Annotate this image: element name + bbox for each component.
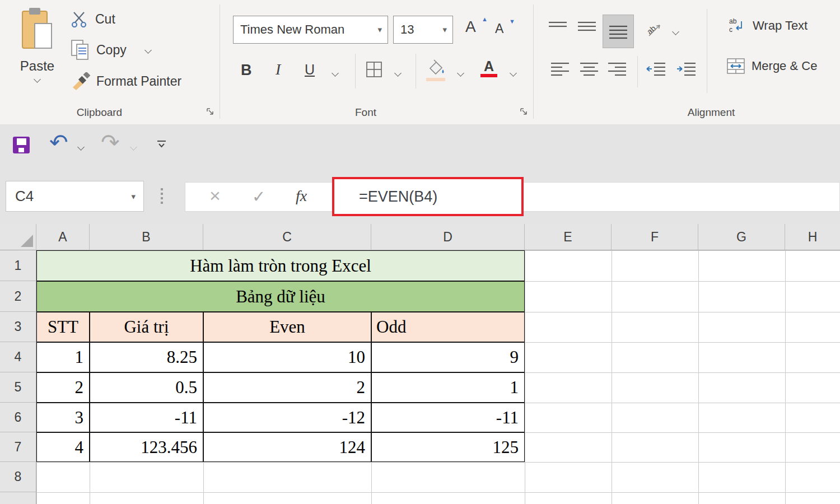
row-header[interactable]: 6 <box>0 403 36 432</box>
undo-button[interactable]: ↶ <box>49 131 68 153</box>
align-middle-icon[interactable] <box>577 19 597 36</box>
separator <box>355 54 356 88</box>
name-box[interactable]: C4 ▾ <box>6 181 144 212</box>
cell-subtitle[interactable]: Bảng dữ liệu <box>36 281 525 312</box>
row-header[interactable] <box>0 492 36 504</box>
format-painter-icon <box>72 72 91 90</box>
wrap-text-label: Wrap Text <box>753 18 808 33</box>
clipboard-group-label: Clipboard <box>56 106 143 119</box>
merge-center-icon <box>727 58 745 74</box>
cell-header[interactable]: Even <box>203 312 371 342</box>
underline-button[interactable]: U <box>305 62 315 78</box>
align-center-icon[interactable] <box>579 62 599 78</box>
wrap-text-button[interactable]: ab c Wrap Text <box>728 17 808 35</box>
cell[interactable]: -11 <box>371 403 525 432</box>
fill-color-dropdown-icon[interactable] <box>457 69 464 77</box>
column-header[interactable]: D <box>371 224 525 250</box>
column-header[interactable]: A <box>36 224 90 250</box>
select-all-corner[interactable] <box>0 224 36 250</box>
cell[interactable]: 0.5 <box>90 372 203 403</box>
row-header[interactable]: 1 <box>0 250 36 281</box>
cell-header[interactable]: Odd <box>371 312 525 342</box>
column-header[interactable]: G <box>698 224 785 250</box>
cut-label: Cut <box>95 12 115 27</box>
row-header[interactable]: 8 <box>0 462 36 492</box>
cell[interactable]: 1 <box>371 372 525 403</box>
ribbon: Paste Cut Copy Format Painter Clipb <box>0 0 840 125</box>
font-name-select[interactable]: Times New Roman ▾ <box>233 16 388 44</box>
wrap-text-icon: ab c <box>728 17 745 35</box>
font-dialog-launcher-icon[interactable] <box>520 108 528 116</box>
merge-center-label: Merge & Ce <box>752 59 817 73</box>
cell[interactable]: 124 <box>203 432 371 462</box>
spreadsheet-grid: A B C D E F G H 1 2 3 4 5 6 7 8 Hàm làm … <box>0 224 840 504</box>
copy-button[interactable]: Copy <box>71 38 151 62</box>
format-painter-button[interactable]: Format Painter <box>72 71 181 92</box>
cell[interactable]: 1 <box>36 342 90 372</box>
cell-header[interactable]: Giá trị <box>90 312 203 342</box>
clipboard-paste-icon <box>21 7 54 56</box>
align-bottom-icon <box>608 22 628 41</box>
group-separator <box>533 4 534 119</box>
fill-color-button[interactable] <box>424 58 448 81</box>
merge-center-button[interactable]: Merge & Ce <box>727 58 817 74</box>
column-header[interactable]: C <box>203 224 371 250</box>
cell[interactable]: 10 <box>203 342 371 372</box>
paste-button[interactable]: Paste <box>8 6 67 101</box>
align-left-icon[interactable] <box>550 62 570 78</box>
clipboard-dialog-launcher-icon[interactable] <box>206 108 214 116</box>
column-header[interactable]: H <box>785 224 840 250</box>
increase-indent-icon[interactable] <box>675 62 697 78</box>
cancel-icon[interactable]: × <box>209 185 221 207</box>
cell[interactable]: -11 <box>90 403 203 432</box>
cell-header[interactable]: STT <box>36 312 90 342</box>
row-header[interactable]: 5 <box>0 372 36 403</box>
cell[interactable]: 123.456 <box>90 432 203 462</box>
column-header[interactable]: B <box>90 224 203 250</box>
cell[interactable]: 4 <box>36 432 90 462</box>
cell-title[interactable]: Hàm làm tròn trong Excel <box>36 250 525 281</box>
row-header[interactable]: 3 <box>0 312 36 342</box>
font-color-dropdown-icon[interactable] <box>510 69 517 77</box>
row-header[interactable]: 2 <box>0 281 36 312</box>
decrease-font-size-button[interactable]: A▼ <box>495 21 517 44</box>
increase-font-size-button[interactable]: A▲ <box>465 18 489 44</box>
italic-button[interactable]: I <box>276 60 281 78</box>
cell[interactable]: 3 <box>36 403 90 432</box>
decrease-indent-icon[interactable] <box>645 62 666 78</box>
column-header[interactable]: E <box>525 224 612 250</box>
chevron-down-icon[interactable] <box>144 46 152 54</box>
align-top-icon[interactable] <box>548 20 568 35</box>
insert-function-icon[interactable]: fx <box>296 187 307 205</box>
enter-icon[interactable]: ✓ <box>252 187 265 206</box>
name-box-value: C4 <box>15 188 131 205</box>
redo-button[interactable]: ↷ <box>101 131 120 153</box>
font-size-select[interactable]: 13 ▾ <box>393 16 453 44</box>
cell[interactable]: -12 <box>203 403 371 432</box>
font-color-button[interactable]: A <box>480 59 497 77</box>
save-button[interactable] <box>12 136 30 154</box>
font-color-swatch <box>480 74 497 77</box>
font-name-value: Times New Roman <box>240 22 377 37</box>
bold-button[interactable]: B <box>241 62 252 79</box>
cell[interactable]: 2 <box>203 372 371 403</box>
cell[interactable]: 9 <box>371 342 525 372</box>
borders-icon[interactable] <box>365 60 383 78</box>
name-box-dropdown-icon[interactable]: ▾ <box>131 192 136 202</box>
underline-dropdown-icon[interactable] <box>332 69 339 77</box>
scissors-icon <box>71 11 87 27</box>
align-right-icon[interactable] <box>607 62 627 78</box>
formula-bar-grip-icon[interactable] <box>160 188 164 207</box>
cell[interactable]: 8.25 <box>90 342 203 372</box>
row-header[interactable]: 4 <box>0 342 36 372</box>
customize-qat-icon[interactable] <box>157 140 167 149</box>
orientation-dropdown-icon[interactable] <box>672 28 679 35</box>
column-header[interactable]: F <box>612 224 698 250</box>
cell[interactable]: 125 <box>371 432 525 462</box>
cut-button[interactable]: Cut <box>71 9 115 29</box>
cell[interactable]: 2 <box>36 372 90 403</box>
row-header[interactable]: 7 <box>0 432 36 462</box>
align-bottom-button-selected[interactable] <box>603 15 634 48</box>
borders-dropdown-icon[interactable] <box>394 69 402 77</box>
orientation-icon[interactable]: ab <box>645 19 663 39</box>
